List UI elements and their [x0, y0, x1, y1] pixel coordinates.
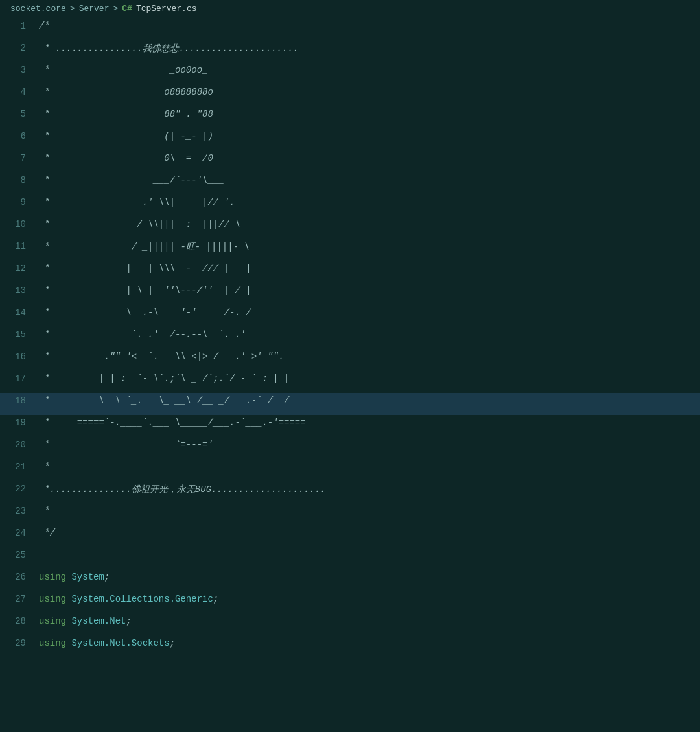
code-line: 2 * ................我佛慈悲................… — [0, 40, 700, 62]
line-number: 19 — [0, 416, 39, 428]
keyword-using: using — [39, 594, 66, 604]
code-line: 19 * =====`-.____`.___ \_____/___.-`___.… — [0, 415, 700, 437]
breadcrumb-sep-1: > — [70, 4, 75, 14]
line-content: *...............佛祖开光，永无BUG..............… — [39, 482, 700, 495]
breadcrumb-folder[interactable]: Server — [79, 4, 110, 14]
line-number: 7 — [0, 152, 39, 163]
type-system: System — [71, 572, 104, 582]
line-number: 26 — [0, 571, 39, 582]
line-number: 27 — [0, 593, 39, 604]
line-content: * | | : `- \`.;`\ _ /`;.`/ - ` : | | — [39, 372, 700, 384]
code-line: 15 * ___`. .' /--.--\ `. .'___ — [0, 327, 700, 349]
line-content: */ — [39, 526, 700, 538]
type-sockets: System.Net.Sockets — [71, 638, 169, 648]
line-content: * / \\||| : |||// \ — [39, 218, 700, 230]
line-content: * 0\ = /0 — [39, 152, 700, 163]
line-content: * / _||||| -旺- |||||- \ — [39, 240, 700, 253]
line-number: 22 — [0, 482, 39, 494]
line-number: 10 — [0, 218, 39, 230]
code-editor: 1 /* 2 * ................我佛慈悲...........… — [0, 18, 700, 657]
line-number: 17 — [0, 372, 39, 384]
line-content: * — [39, 504, 700, 516]
line-content: * ___`. .' /--.--\ `. .'___ — [39, 328, 700, 340]
line-number: 5 — [0, 108, 39, 119]
line-number: 21 — [0, 460, 39, 472]
line-content: * .' \\| |// '. — [39, 196, 700, 207]
line-content: /* — [39, 19, 700, 31]
code-line: 26 using System; — [0, 569, 700, 591]
line-number: 25 — [0, 549, 39, 560]
line-content: * 88" . "88 — [39, 108, 700, 119]
code-line: 5 * 88" . "88 — [0, 106, 700, 128]
line-content: using System.Net; — [39, 615, 700, 626]
line-content: * o8888888o — [39, 86, 700, 97]
line-content: using System; — [39, 571, 700, 582]
code-line: 21 * — [0, 459, 700, 481]
code-line: 7 * 0\ = /0 — [0, 150, 700, 172]
line-number: 2 — [0, 41, 39, 53]
line-number: 29 — [0, 637, 39, 648]
code-line: 20 * `=---=' — [0, 437, 700, 459]
code-line: 6 * (| -_- |) — [0, 128, 700, 150]
line-content: * ."" '< `.___\\_<|>_/___.' >' "". — [39, 350, 700, 362]
line-number: 12 — [0, 262, 39, 274]
type-net: System.Net — [71, 616, 126, 626]
code-line: 14 * \ .-\__ '-' ___/-. / — [0, 305, 700, 327]
code-line: 3 * _oo0oo_ — [0, 62, 700, 84]
line-number: 9 — [0, 196, 39, 207]
code-line: 8 * ___/`---'\___ — [0, 172, 700, 195]
line-number: 3 — [0, 64, 39, 75]
code-line: 29 using System.Net.Sockets; — [0, 635, 700, 657]
code-line: 17 * | | : `- \`.;`\ _ /`;.`/ - ` : | | — [0, 371, 700, 393]
breadcrumb-filename[interactable]: TcpServer.cs — [136, 4, 197, 14]
code-line: 22 *...............佛祖开光，永无BUG...........… — [0, 481, 700, 503]
keyword-using: using — [39, 616, 66, 626]
line-number: 4 — [0, 86, 39, 97]
breadcrumb-bar: socket.core > Server > C# TcpServer.cs — [0, 0, 700, 18]
code-line: 24 */ — [0, 525, 700, 547]
line-number: 28 — [0, 615, 39, 626]
line-content: * | | \\\ - /// | | — [39, 262, 700, 274]
line-content: using System.Collections.Generic; — [39, 593, 700, 604]
line-number: 11 — [0, 240, 39, 252]
keyword-using: using — [39, 638, 66, 648]
line-content — [39, 549, 700, 560]
line-content: * ___/`---'\___ — [39, 174, 700, 185]
type-collections: System.Collections.Generic — [71, 594, 213, 604]
line-number: 14 — [0, 306, 39, 318]
code-line: 11 * / _||||| -旺- |||||- \ — [0, 239, 700, 261]
line-number: 15 — [0, 328, 39, 340]
code-line-highlighted: 18 * \ \ `_. \_ __\ /__ _/ .-` / / — [0, 393, 700, 415]
line-number: 18 — [0, 394, 39, 406]
code-line: 16 * ."" '< `.___\\_<|>_/___.' >' "". — [0, 349, 700, 371]
code-line: 9 * .' \\| |// '. — [0, 195, 700, 217]
line-content: * (| -_- |) — [39, 130, 700, 141]
code-line: 28 using System.Net; — [0, 613, 700, 635]
code-line: 23 * — [0, 503, 700, 525]
line-content: * _oo0oo_ — [39, 64, 700, 75]
line-content: * \ .-\__ '-' ___/-. / — [39, 306, 700, 318]
line-content: * | \_| ''\---/'' |_/ | — [39, 284, 700, 296]
line-number: 1 — [0, 19, 39, 31]
code-line: 13 * | \_| ''\---/'' |_/ | — [0, 283, 700, 305]
code-line: 4 * o8888888o — [0, 84, 700, 106]
code-line: 10 * / \\||| : |||// \ — [0, 217, 700, 239]
code-line: 27 using System.Collections.Generic; — [0, 591, 700, 613]
breadcrumb-sep-2: > — [113, 4, 118, 14]
line-content: * — [39, 460, 700, 472]
line-number: 6 — [0, 130, 39, 141]
line-number: 23 — [0, 504, 39, 516]
line-number: 8 — [0, 174, 39, 185]
line-number: 20 — [0, 438, 39, 450]
code-line: 12 * | | \\\ - /// | | — [0, 261, 700, 283]
line-content: * ................我佛慈悲..................… — [39, 41, 700, 54]
line-number: 13 — [0, 284, 39, 296]
line-content: using System.Net.Sockets; — [39, 637, 700, 648]
breadcrumb-csharp-icon: C# — [122, 4, 132, 14]
line-content: * \ \ `_. \_ __\ /__ _/ .-` / / — [39, 394, 700, 406]
line-content: * `=---=' — [39, 438, 700, 450]
code-line: 25 — [0, 547, 700, 569]
breadcrumb-project[interactable]: socket.core — [10, 4, 66, 14]
code-line: 1 /* — [0, 18, 700, 40]
keyword-using: using — [39, 572, 66, 582]
